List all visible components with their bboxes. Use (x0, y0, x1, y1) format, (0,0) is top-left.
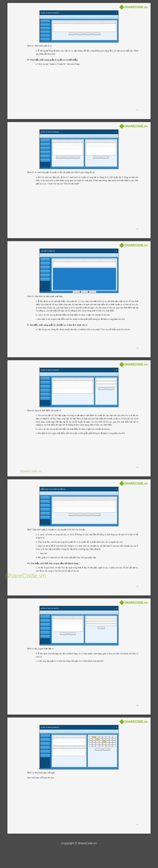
body-text: b. Ưng cái gì đâu, xem kia tại xong trên… (36, 540, 138, 544)
watermark-top: SHARECODE.vn (120, 481, 148, 486)
section-heading: VI. Tìm hiểu cách thức bán vé giao tiếp … (27, 562, 138, 565)
body-text: c. Bên dưới là nút tư giao thời điểm mới… (36, 318, 138, 321)
app-sidebar (40, 495, 51, 525)
doc-page: SHARECODE.vn CHI TIẾT TUYẾN XE— ✕ Hình 4… (7, 241, 151, 357)
logo-icon (119, 124, 124, 129)
app-toolbar (40, 134, 118, 138)
brand-text: SHARECODE.vn (124, 719, 148, 724)
brand-text: SHARECODE.vn (124, 362, 148, 367)
embedded-screenshot: QUẢN LÝ NHÀ XE KHÁCH— ✕ (39, 606, 119, 645)
doc-page: SHARECODE.vn QUẢN LÝ NHÀ XE KHÁCH— ✕ (7, 717, 151, 834)
figure-caption: Hình 5.1 đây, là giao diện đặt vé (27, 647, 138, 650)
logo-icon (119, 362, 124, 367)
logo-icon (119, 243, 124, 248)
page-number: 33 (136, 347, 138, 350)
watermark-top: SHARECODE.vn (120, 124, 148, 128)
body-text: b. Ở đây nhân viên sẽ nhập yêu cầu từ kh… (36, 652, 138, 659)
page-number: 34 (136, 466, 138, 469)
body-text: a. Và đây là quan hính, chí nếu Tùy tạc … (36, 566, 138, 573)
app-toolbar (40, 372, 118, 376)
data-table (53, 21, 116, 32)
seat-map (89, 736, 116, 747)
page-number: 37 (136, 823, 138, 826)
watermark-top: SHARECODE.vn (120, 243, 148, 248)
body-text: b. Lưu ý các nút, xóa tuyến thời điểm kh… (36, 428, 138, 431)
detail-panel (53, 268, 116, 290)
figure-caption: Hình 4.4. Quan lý thời điểm của tuyến xe (27, 409, 138, 412)
embedded-screenshot: QUẢN LÝ NHÀ XE KHÁCH— ✕ (39, 725, 119, 769)
app-titlebar: QUẢN LÝ NHÀ XE KHÁCH— ✕ (40, 11, 118, 15)
body-text: a. Cần cho gì xem, đông nhỉ, sẽ tìm nhan… (36, 328, 138, 331)
app-sidebar (40, 376, 51, 406)
body-text: b. Ở đây người dùng sẽ thêm, xóa, sửa cá… (36, 50, 138, 56)
app-toolbar (40, 730, 118, 734)
watermark-top: SHARECODE.vn (120, 719, 148, 724)
embedded-screenshot: CHI TIẾT TUYẾN XE— ✕ (39, 249, 119, 293)
body-text: b. Lưu ý các nút, xóa tuyến thời điểm kh… (36, 314, 138, 317)
page-number: 31 (136, 109, 138, 112)
brand-text: SHARECODE.vn (124, 243, 148, 248)
body-text: Quá trình chọn chỗ hoán tất, bye. (27, 776, 138, 779)
app-sidebar (40, 138, 51, 168)
figure-caption: Hình 5.2 Màn hình chọn chỗ ngồi. (27, 771, 138, 774)
app-toolbar (40, 15, 118, 19)
data-table (53, 498, 116, 513)
watermark-top: SHARECODE.vn (120, 600, 148, 605)
doc-page: ShareCode.vn SHARECODE.vn KIỂM SOÁT LỊCH… (7, 479, 151, 595)
app-titlebar: QUẢN LÝ NHÀ XE KHÁCH— ✕ (40, 368, 118, 372)
data-table (53, 378, 93, 394)
page-number: 32 (136, 228, 138, 230)
app-toolbar (40, 253, 118, 257)
section-heading: V. Tìm hiểu chức năng quản lý chuyến xe … (27, 323, 138, 327)
doc-page: SHARECODE.vn QUẢN LÝ NHÀ XE KHÁCH— ✕ Hìn… (7, 3, 151, 119)
body-text: a. A, quen, chỉ mình cái xong rồi này, x… (36, 533, 138, 539)
logo-icon (119, 719, 124, 724)
body-text: a. Ở đây sẽ list ra các nơi thời điểm củ… (36, 300, 138, 313)
app-titlebar: QUẢN LÝ NHÀ XE KHÁCH— ✕ (40, 606, 118, 611)
body-text: ngay nào. (40, 552, 138, 555)
app-titlebar: CHI TIẾT TUYẾN XE— ✕ (40, 249, 118, 253)
brand-text: SHARECODE.vn (124, 481, 148, 486)
app-toolbar (40, 611, 118, 615)
app-toolbar (40, 491, 118, 495)
data-table (53, 617, 83, 632)
page-number: 35 (136, 585, 138, 588)
embedded-screenshot: QUẢN LÝ NHÀ XE KHÁCH— ✕ (39, 129, 119, 169)
figure-caption: Hình 4.3. Màn hình chi tiết tuyến xuất h… (27, 295, 138, 298)
doc-page: SHARECODE.vn QUẢN LÝ NHÀ XE KHÁCH— ✕ (7, 360, 151, 476)
app-titlebar: QUẢN LÝ NHÀ XE KHÁCH— ✕ (40, 725, 118, 730)
app-titlebar: KIỂM SOÁT LỊCH TRÌNH TUYẾN XE— ✕ (40, 487, 118, 491)
doc-page: SHARECODE.vn QUẢN LÝ NHÀ XE KHÁCH— ✕ (7, 598, 151, 715)
figure-caption: Hình 4.1. Màn hình quản lý xe (27, 44, 138, 48)
app-titlebar: QUẢN LÝ NHÀ XE KHÁCH— ✕ (40, 130, 118, 134)
section-heading: IV. Tìm hiểu chức năng quản lý tuyến xe … (27, 58, 138, 62)
logo-icon (119, 5, 124, 10)
figure-caption: Hình 5 Màn hình quản lý chuyến xe, xét c… (27, 528, 138, 531)
data-table (53, 259, 116, 267)
body-text: c. Quan trọ lại tài để, ở màn hình này c… (36, 545, 138, 551)
app-sidebar (40, 19, 51, 41)
figure-caption: Hình 4.2. A, màn hình quản lý tuyến xe đ… (27, 171, 138, 174)
data-table (53, 140, 83, 155)
body-text: a. Nào tìm xem nào, đầu tiên, sẽ list ra… (36, 176, 138, 185)
embedded-screenshot: QUẢN LÝ NHÀ XE KHÁCH— ✕ (39, 368, 119, 407)
app-sidebar (40, 615, 51, 644)
page-number: 36 (136, 704, 138, 707)
brand-text: SHARECODE.vn (124, 5, 148, 9)
body-text: a. Nào sao hao lớn đó, kin mật tuyến xe … (36, 414, 138, 427)
embedded-screenshot: KIỂM SOÁT LỊCH TRÌNH TUYẾN XE— ✕ (39, 487, 119, 526)
watermark-bottom: ShareCode.vn (20, 469, 42, 474)
body-text: c. Bên dưới là nút tư giao thời điểm mới… (36, 432, 138, 435)
watermark-large: ShareCode.vn (5, 571, 46, 581)
embedded-screenshot: QUẢN LÝ NHÀ XE KHÁCH— ✕ (39, 10, 119, 42)
doc-page: SHARECODE.vn QUẢN LÝ NHÀ XE KHÁCH— ✕ (7, 122, 151, 238)
watermark-top: SHARECODE.vn (120, 5, 148, 9)
copyright-footer: Copyright © ShareCode.vn (0, 837, 158, 852)
app-sidebar (40, 734, 51, 768)
data-table (86, 140, 116, 155)
body-text: d. Rồi, giản tê 15 phút tìm các rồi, mìn… (36, 556, 138, 559)
watermark-top: SHARECODE.vn (120, 362, 148, 367)
logo-icon (119, 600, 124, 605)
body-text: a. Click vào nút "Quản Lý Tuyến Xe" trên… (36, 63, 138, 66)
logo-icon (119, 481, 124, 486)
